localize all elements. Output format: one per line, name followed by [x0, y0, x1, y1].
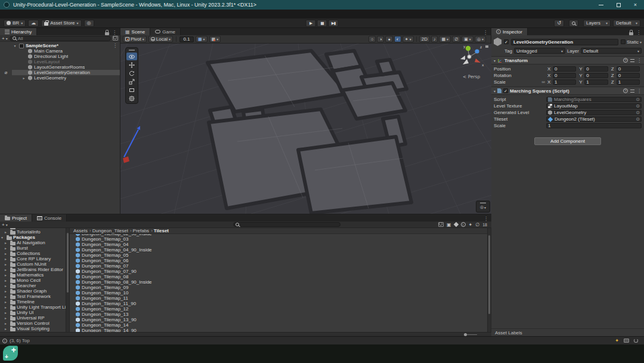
folder-tree-item[interactable]: ▸ Burst — [0, 245, 66, 251]
foldout-arrow-icon[interactable]: ▸ — [5, 251, 9, 256]
kebab-menu-icon[interactable]: ⋮ — [112, 30, 117, 35]
help-icon[interactable]: ? — [623, 58, 628, 63]
services-button[interactable]: ◎ — [84, 20, 94, 27]
foldout-arrow-icon[interactable]: ▸ — [5, 257, 9, 261]
hidden-count-icon[interactable]: ∅ — [475, 222, 479, 227]
rect-tool-button[interactable] — [126, 86, 137, 94]
draw-mode-wireframe-button[interactable]: ◑ — [377, 36, 384, 42]
asset-list-item[interactable]: Dungeon_Tilemap_08_90_Inside — [70, 279, 487, 285]
property-value-field[interactable]: MarchingSquares ⊙ — [546, 97, 642, 102]
2d-toggle-button[interactable]: 2D — [419, 36, 430, 42]
draw-mode-shaded-button[interactable]: ○ — [369, 36, 376, 42]
folder-tree-item[interactable]: ▸ Collections — [0, 251, 66, 256]
chevron-down-icon[interactable]: ▾ — [640, 40, 642, 44]
folder-tree-item[interactable]: ▸ Searcher — [0, 283, 66, 288]
transform-tool-button[interactable] — [126, 94, 137, 102]
camera-overlay[interactable]: ◎ ▾ — [476, 201, 490, 213]
folder-tree-item[interactable]: ▸ Mono Cecil — [0, 278, 66, 283]
gameobject-name-field[interactable]: LevelGeometryGeneration — [511, 39, 618, 45]
foldout-arrow-icon[interactable]: ▸ — [5, 267, 9, 272]
grid-visibility-dropdown[interactable]: ▦ ▾ — [196, 36, 208, 42]
hierarchy-item[interactable]: LevelLayout — [0, 59, 120, 64]
object-picker-icon[interactable]: ⊙ — [636, 97, 640, 102]
folder-tree-item[interactable]: ▸ Shader Graph — [0, 288, 66, 294]
scene-lighting-button[interactable]: ◐ — [394, 36, 401, 42]
asset-list-item[interactable]: Dungeon_Tilemap_04_90_Inside — [70, 247, 487, 253]
foldout-arrow-icon[interactable]: ▾ — [494, 59, 496, 63]
tag-dropdown[interactable]: Untagged ▾ — [514, 48, 565, 54]
search-filter-icon[interactable] — [113, 36, 118, 41]
info-icon[interactable]: i — [461, 222, 466, 227]
tab-inspector[interactable]: i Inspector — [491, 28, 528, 35]
status-message[interactable]: (3, 6) Top — [10, 338, 30, 343]
breadcrumb-item[interactable]: Tileset — [154, 228, 171, 233]
breadcrumb-item[interactable]: Assets › — [73, 228, 91, 233]
folder-tree-item[interactable]: ▸ Core RP Library — [0, 256, 66, 262]
cloud-button[interactable]: ☁ — [28, 20, 39, 27]
foldout-arrow-icon[interactable]: ▸ — [5, 305, 9, 309]
active-checkbox[interactable]: ✓ — [504, 39, 509, 44]
foldout-arrow-icon[interactable]: ▸ — [5, 273, 9, 277]
overlay-drag-handle[interactable] — [480, 202, 486, 204]
view-tool-button[interactable] — [126, 53, 137, 60]
layer-dropdown[interactable]: Default ▾ — [581, 48, 642, 54]
folder-tree-item[interactable]: ▸ Timeline — [0, 299, 66, 304]
scale-tool-button[interactable] — [126, 78, 137, 85]
script-component-header[interactable]: ▾ ✓ Marching Squares (Script) ? ⋮ — [491, 87, 644, 95]
cloud-services-icon[interactable] — [624, 339, 629, 343]
folder-tree-item[interactable]: ▾ Packages — [0, 235, 66, 240]
lock-icon[interactable] — [629, 32, 633, 35]
notification-bell-icon[interactable]: ✦ — [615, 338, 619, 343]
asset-labels-bar[interactable]: Asset Labels — [491, 328, 644, 336]
asset-list-item[interactable]: Dungeon_Tilemap_13 — [70, 312, 487, 317]
folder-tree-item[interactable]: ▸ Universal RP — [0, 315, 66, 321]
pause-button[interactable]: ▮▮ — [317, 20, 327, 27]
foldout-arrow-icon[interactable]: ▸ — [5, 327, 9, 331]
hierarchy-add-button[interactable]: + ▾ — [2, 36, 8, 41]
audio-toggle-button[interactable]: ♪ — [431, 36, 438, 42]
property-value-field[interactable]: LevelGeometry ⊙ — [546, 110, 642, 115]
search-in-packages-icon[interactable] — [438, 222, 444, 227]
layers-dropdown[interactable]: Layers ▾ — [583, 20, 611, 27]
asset-list-item[interactable]: Dungeon_Tilemap_07 — [70, 263, 487, 269]
hierarchy-item[interactable]: Directional Light — [0, 54, 120, 59]
z-value-field[interactable]: 0 — [617, 66, 640, 72]
hierarchy-item[interactable]: Main Camera — [0, 48, 120, 54]
handle-rotation-dropdown[interactable]: Local ▾ — [148, 36, 173, 42]
foldout-arrow-icon[interactable]: ▸ — [5, 278, 9, 282]
foldout-arrow-icon[interactable]: ▸ — [5, 284, 9, 288]
asset-list-item[interactable]: Dungeon_Tilemap_14_90 — [70, 328, 487, 332]
breadcrumb-item[interactable]: Dungeon_Tileset › — [92, 228, 132, 233]
asset-list-item[interactable]: Dungeon_Tilemap_06 — [70, 258, 487, 263]
folder-tree-item[interactable]: ▸ Custom NUnit — [0, 262, 66, 267]
z-value-field[interactable]: 1 — [617, 79, 640, 85]
progress-spinner-icon[interactable] — [634, 339, 638, 343]
project-search-input[interactable] — [233, 222, 340, 227]
move-tool-button[interactable] — [126, 61, 137, 69]
asset-list-item[interactable]: Dungeon_Tilemap_08 — [70, 274, 487, 279]
list-scrollbar[interactable] — [487, 228, 491, 332]
layout-dropdown[interactable]: Default ▾ — [613, 20, 640, 27]
folder-tree-item[interactable]: ▸ AI Navigation — [0, 240, 66, 245]
x-value-field[interactable]: 0 — [553, 66, 576, 72]
object-picker-icon[interactable]: ⊙ — [636, 117, 640, 122]
hierarchy-search-input[interactable]: All — [10, 36, 111, 41]
foldout-arrow-icon[interactable]: ▸ — [5, 228, 9, 229]
minimize-icon[interactable] — [599, 5, 603, 5]
asset-list-item[interactable]: Dungeon_Tilemap_14 — [70, 322, 487, 328]
visibility-off-icon[interactable]: ⌀ — [5, 70, 8, 75]
object-picker-icon[interactable]: ⊙ — [636, 110, 640, 115]
gizmos-dropdown[interactable]: ◎ ▾ — [475, 36, 486, 42]
z-value-field[interactable]: 0 — [617, 73, 640, 78]
draw-mode-unlit-button[interactable]: ● — [385, 36, 392, 42]
property-value-field[interactable]: Dungeon2 (Tileset) ⊙ — [546, 116, 642, 122]
asset-list-item[interactable]: Dungeon_Tilemap_03 — [70, 236, 487, 242]
asset-list-item[interactable]: Dungeon_Tilemap_12 — [70, 306, 487, 312]
kebab-menu-icon[interactable]: ⋮ — [637, 58, 642, 63]
script-enabled-checkbox[interactable]: ✓ — [503, 88, 508, 93]
kebab-menu-icon[interactable]: ⋮ — [484, 216, 488, 222]
tree-scrollbar[interactable] — [66, 228, 70, 332]
kebab-menu-icon[interactable]: ⋮ — [636, 30, 641, 35]
tab-game[interactable]: Game — [150, 28, 181, 35]
grid-size-field[interactable]: 0.1 — [179, 36, 194, 42]
